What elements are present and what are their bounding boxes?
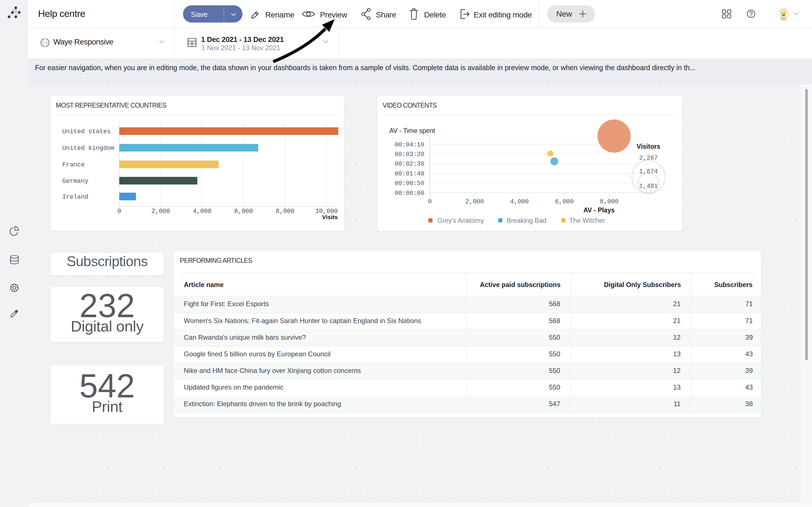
svg-text:France: France	[62, 161, 85, 168]
svg-text:6,000: 6,000	[555, 198, 573, 205]
svg-text:4,000: 4,000	[193, 208, 211, 215]
svg-text:Germany: Germany	[62, 178, 88, 185]
svg-text:1,874: 1,874	[639, 168, 658, 175]
svg-text:Visits: Visits	[322, 214, 338, 220]
svg-text:00:02:30: 00:02:30	[395, 161, 424, 168]
svg-text:6,000: 6,000	[234, 208, 253, 215]
svg-text:0: 0	[117, 208, 121, 215]
svg-text:United kingdom: United kingdom	[62, 145, 114, 152]
svg-text:00:03:20: 00:03:20	[395, 151, 424, 158]
svg-text:Ireland: Ireland	[62, 193, 88, 201]
svg-text:AV - Time spent: AV - Time spent	[389, 127, 435, 134]
svg-text:8,000: 8,000	[600, 198, 618, 205]
svg-text:Visitors: Visitors	[637, 143, 660, 150]
svg-text:4,000: 4,000	[510, 198, 529, 205]
svg-text:1,481: 1,481	[639, 183, 658, 190]
svg-text:2,000: 2,000	[151, 208, 170, 215]
svg-text:Grey's Anatomy: Grey's Anatomy	[437, 217, 484, 224]
svg-text:United states: United states	[62, 128, 111, 135]
svg-text:00:04:10: 00:04:10	[395, 142, 424, 149]
svg-text:AV - Plays: AV - Plays	[583, 207, 615, 214]
svg-text:2,000: 2,000	[465, 198, 484, 205]
svg-text:8,000: 8,000	[276, 208, 294, 215]
svg-text:00:00:00: 00:00:00	[395, 190, 424, 197]
svg-text:Breaking Bad: Breaking Bad	[507, 217, 546, 224]
svg-text:2,267: 2,267	[639, 155, 658, 162]
svg-text:00:00:50: 00:00:50	[395, 180, 424, 187]
svg-text:The Witcher: The Witcher	[569, 217, 605, 224]
svg-text:00:01:40: 00:01:40	[395, 170, 424, 177]
svg-text:0: 0	[428, 198, 432, 205]
